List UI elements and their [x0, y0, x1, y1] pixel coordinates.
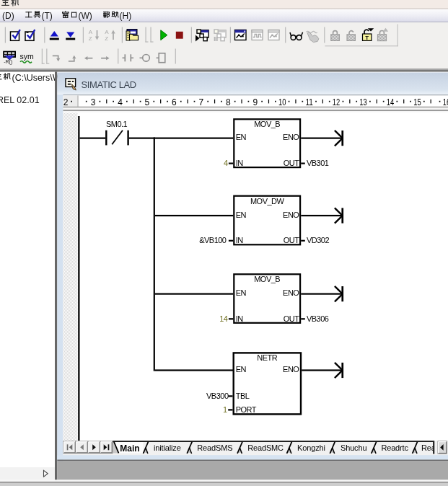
- svg-text:ENO: ENO: [283, 133, 299, 141]
- svg-text:5: 5: [145, 97, 150, 107]
- svg-text:11: 11: [305, 97, 313, 107]
- svg-text:7: 7: [199, 97, 204, 107]
- svg-text:ENO: ENO: [283, 288, 299, 297]
- svg-text:EN: EN: [236, 365, 247, 374]
- svg-text:VB301: VB301: [307, 159, 329, 167]
- svg-text:MOV_B: MOV_B: [254, 275, 280, 283]
- svg-text:OUT: OUT: [284, 159, 300, 167]
- svg-text:Readrtc: Readrtc: [381, 443, 408, 452]
- svg-text:(W): (W): [79, 11, 92, 21]
- svg-text:VB306: VB306: [307, 314, 329, 323]
- svg-text:MOV_DW: MOV_DW: [250, 197, 285, 206]
- svg-text:(H): (H): [120, 11, 132, 21]
- svg-text:EN: EN: [236, 133, 247, 141]
- svg-text:Kongzhi: Kongzhi: [297, 443, 325, 452]
- svg-text:VD302: VD302: [307, 236, 330, 244]
- svg-text:14: 14: [219, 314, 228, 323]
- svg-text:IN: IN: [236, 236, 244, 244]
- svg-text:REL 02.01: REL 02.01: [0, 95, 40, 105]
- svg-text:EN: EN: [236, 288, 247, 297]
- svg-text:-R(): -R(): [4, 59, 12, 65]
- svg-text:16: 16: [443, 97, 448, 107]
- svg-text:6: 6: [172, 97, 177, 107]
- svg-text:initialize: initialize: [154, 443, 181, 452]
- svg-text:T: T: [365, 35, 369, 41]
- svg-text:IN: IN: [236, 159, 244, 167]
- svg-text:10: 10: [278, 97, 286, 107]
- svg-text:SIMATIC LAD: SIMATIC LAD: [82, 79, 136, 90]
- svg-text:A: A: [89, 29, 93, 35]
- svg-text:Z: Z: [105, 35, 108, 42]
- svg-text:SM0.1: SM0.1: [106, 120, 128, 128]
- svg-text:8: 8: [226, 97, 231, 107]
- svg-text:IN: IN: [236, 314, 244, 323]
- svg-text:Z: Z: [89, 35, 92, 42]
- svg-text:ReadSMC: ReadSMC: [247, 443, 284, 452]
- svg-text:13: 13: [359, 97, 367, 107]
- svg-text:NETR: NETR: [257, 353, 278, 362]
- svg-text:(T): (T): [42, 11, 53, 21]
- svg-text:OUT: OUT: [284, 236, 300, 244]
- svg-text:Shuchu: Shuchu: [341, 443, 366, 452]
- svg-text:ENO: ENO: [283, 365, 299, 374]
- svg-text:9: 9: [252, 97, 258, 107]
- svg-text:ReadSMS: ReadSMS: [197, 443, 232, 452]
- svg-text:PORT: PORT: [236, 405, 257, 414]
- svg-text:MOV_B: MOV_B: [254, 120, 280, 128]
- svg-text:Main: Main: [120, 443, 139, 454]
- svg-text:sym: sym: [20, 52, 34, 61]
- svg-text:4: 4: [224, 159, 228, 167]
- svg-text:15: 15: [413, 97, 421, 107]
- svg-text:(D): (D): [2, 11, 14, 21]
- svg-text:1: 1: [223, 405, 227, 414]
- svg-text:14: 14: [387, 97, 395, 107]
- svg-text:3: 3: [91, 97, 96, 107]
- svg-text:12: 12: [333, 97, 341, 107]
- svg-text:ENO: ENO: [283, 211, 299, 219]
- svg-text:&VB100: &VB100: [199, 236, 227, 244]
- svg-text:2: 2: [63, 97, 69, 107]
- svg-text:OUT: OUT: [284, 314, 300, 323]
- svg-text:A: A: [105, 29, 109, 35]
- svg-text:TBL: TBL: [236, 392, 250, 400]
- svg-text:EN: EN: [236, 211, 247, 219]
- svg-text:4: 4: [118, 97, 123, 107]
- svg-text:VB300: VB300: [206, 392, 229, 400]
